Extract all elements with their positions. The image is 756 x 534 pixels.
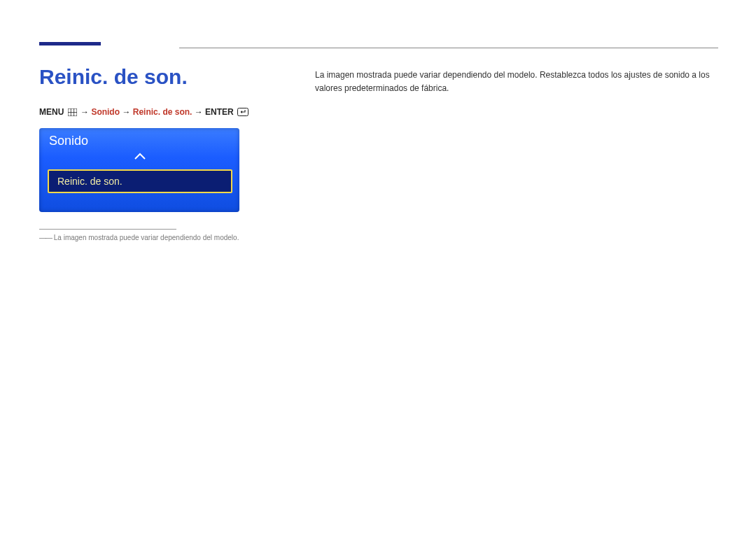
- breadcrumb-path-2: Reinic. de son.: [133, 107, 192, 117]
- breadcrumb: MENU → Sonido → Reinic. de son. → ENTER: [39, 107, 717, 118]
- body-text: La imagen mostrada puede variar dependie…: [315, 69, 714, 94]
- osd-selected-item[interactable]: Reinic. de son.: [48, 169, 232, 193]
- accent-bar: [39, 42, 101, 45]
- osd-menu-panel: Sonido Reinic. de son.: [39, 128, 239, 212]
- footnote-divider: [39, 229, 176, 230]
- breadcrumb-arrow-1: →: [80, 107, 89, 117]
- breadcrumb-enter-label: ENTER: [205, 107, 234, 117]
- footnote-text: La imagen mostrada puede variar dependie…: [54, 234, 239, 241]
- breadcrumb-arrow-3: →: [195, 107, 203, 117]
- footnote-dash: ――: [39, 234, 52, 241]
- breadcrumb-path-1: Sonido: [91, 107, 120, 117]
- breadcrumb-arrow-2: →: [122, 107, 130, 117]
- osd-menu-title: Sonido: [48, 134, 232, 148]
- footnote: ―― La imagen mostrada puede variar depen…: [39, 234, 717, 241]
- chevron-up-icon: [134, 153, 146, 161]
- osd-scroll-up[interactable]: [48, 153, 232, 165]
- menu-grid-icon: [68, 108, 77, 118]
- enter-return-icon: [237, 108, 248, 118]
- breadcrumb-menu-label: MENU: [39, 107, 64, 117]
- horizontal-rule-top: [179, 48, 718, 48]
